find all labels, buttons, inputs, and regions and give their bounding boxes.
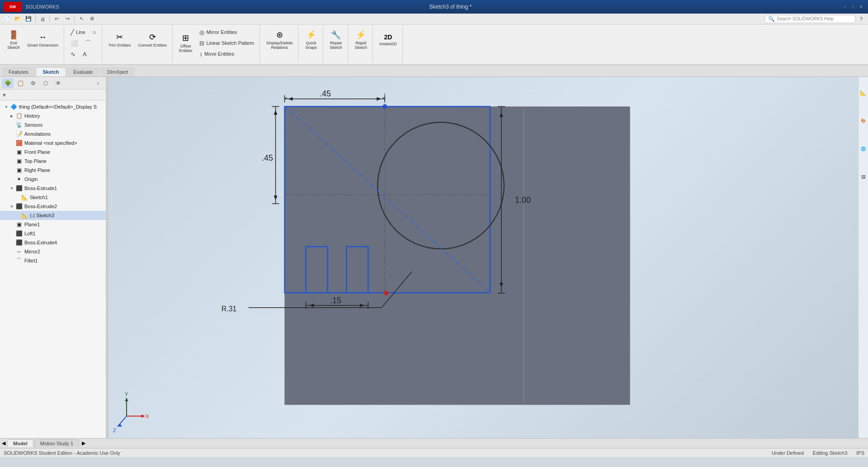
new-button[interactable]: 📄 [2, 14, 12, 24]
tree-item[interactable]: 📐(-) Sketch3 [0, 211, 106, 220]
trim-entities-button[interactable]: ✂ Trim Entities [106, 27, 134, 52]
circle-button[interactable]: ○ [90, 27, 99, 37]
text-icon: A [83, 51, 87, 57]
tree-item-icon: 📐 [21, 212, 28, 219]
sketch-viewport[interactable]: .45 .45 R.31 .15 1.00 [108, 77, 858, 438]
tree-item[interactable]: 📐Sketch1 [0, 193, 106, 202]
tree-item-icon: 🔷 [10, 103, 17, 110]
tree-arrow [9, 249, 14, 254]
tree-item[interactable]: ⬛Loft1 [0, 229, 106, 238]
tab-features[interactable]: Features [2, 67, 35, 76]
quick-snaps-button[interactable]: ⚡ QuickSnaps [302, 27, 320, 52]
arc-button[interactable]: ⌒ [82, 38, 94, 48]
tree-item[interactable]: 🧱Material <not specified> [0, 138, 106, 148]
config-manager-icon[interactable]: ⚙ [27, 78, 39, 88]
tree-item-label: Annotations [24, 131, 51, 137]
tree-item[interactable]: ▣Front Plane [0, 148, 106, 157]
tree-item[interactable]: ▼🔷thing (Default<<Default>_Display S [0, 102, 106, 111]
view-palette-button[interactable]: 📐 [859, 79, 868, 106]
svg-text:.45: .45 [262, 153, 273, 162]
undo-button[interactable]: ↩ [52, 14, 61, 24]
instant2d-button[interactable]: 2D Instant2D [377, 27, 400, 52]
tab-evaluate[interactable]: Evaluate [67, 67, 100, 76]
scene-button[interactable]: 🌐 [859, 135, 868, 162]
line-button[interactable]: ╱ Line [68, 27, 88, 37]
sep1 [35, 15, 36, 23]
appearances-button[interactable]: 🎨 [859, 107, 868, 134]
tree-item[interactable]: ▣Right Plane [0, 166, 106, 175]
rapid-group: ⚡ RapidSketch [349, 25, 373, 63]
search-placeholder: Search SOLIDWORKS Help [777, 16, 834, 21]
tree-item-icon: ⬛ [15, 230, 23, 237]
tree-item[interactable]: ↔Mirror2 [0, 247, 106, 256]
window-controls[interactable]: ─ □ ✕ [842, 4, 864, 10]
options-button[interactable]: ⚙ [87, 14, 97, 24]
print-button[interactable]: 🖨 [38, 14, 47, 24]
tab-sketch[interactable]: Sketch [36, 67, 66, 76]
help-button[interactable]: ? [856, 14, 866, 24]
tree-item[interactable]: ⬛Boss-Extrude4 [0, 238, 106, 247]
window-title: Sketch3 of thing * [59, 4, 842, 10]
tree-item-label: Fillet1 [24, 258, 38, 263]
panel-icons: 🌳 📋 ⚙ ⬡ 👁 › [0, 77, 106, 90]
scroll-left-button[interactable]: ◀ [2, 440, 5, 446]
panel-chevron[interactable]: › [92, 78, 104, 88]
tree-item[interactable]: ✦Origin [0, 175, 106, 184]
tree-item[interactable]: ▣Plane1 [0, 220, 106, 229]
text-button[interactable]: A [80, 49, 90, 59]
save-button[interactable]: 💾 [24, 14, 33, 24]
display-manager-icon[interactable]: 👁 [52, 78, 64, 88]
redo-button[interactable]: ↪ [62, 14, 72, 24]
exit-sketch-button[interactable]: 🚪 ExitSketch [5, 27, 23, 52]
sep2 [49, 15, 50, 23]
sketch-bot-row: ∿ A [68, 49, 90, 59]
tree-item-label: Material <not specified> [24, 140, 77, 146]
scroll-right-button[interactable]: ▶ [82, 440, 85, 446]
modify-group: ✂ Trim Entities ⟳ Convert Entities [103, 25, 173, 63]
convert-entities-button[interactable]: ⟳ Convert Entities [135, 27, 170, 52]
spline-button[interactable]: ∿ [68, 49, 78, 59]
tree-item[interactable]: ▶📋History [0, 111, 106, 120]
exit-sketch-icon: 🚪 [9, 30, 19, 40]
tree-item-icon: 🧱 [15, 139, 23, 147]
mirror-entities-button[interactable]: ◎ Mirror Entities [197, 27, 257, 37]
close-button[interactable]: ✕ [858, 4, 864, 10]
rapid-sketch-button[interactable]: ⚡ RapidSketch [352, 27, 370, 52]
property-manager-icon[interactable]: 📋 [14, 78, 26, 88]
main-area: 🌳 📋 ⚙ ⬡ 👁 › ▼ ▼🔷thing (Default<<Default>… [0, 77, 868, 438]
tree-item[interactable]: ▣Top Plane [0, 157, 106, 166]
open-button[interactable]: 📂 [13, 14, 23, 24]
decals-button[interactable]: 🖼 [859, 163, 868, 190]
maximize-button[interactable]: □ [850, 4, 856, 10]
instant2d-group: 2D Instant2D [374, 25, 403, 63]
move-entities-button[interactable]: ↕ Move Entities [197, 49, 257, 59]
tab-dimxpert[interactable]: DimXpert [100, 67, 135, 76]
repair-sketch-button[interactable]: 🔧 RepairSketch [327, 27, 345, 52]
tree-item-icon: ✦ [15, 176, 23, 183]
relations-group: ⊛ Display/DeleteRelations [261, 25, 298, 63]
dim-xpert-icon[interactable]: ⬡ [40, 78, 52, 88]
smart-dimension-button[interactable]: ↔ Smart Dimension [24, 27, 61, 52]
feature-manager-icon[interactable]: 🌳 [2, 78, 14, 88]
tree-item[interactable]: ▼⬛Boss-Extrude1 [0, 184, 106, 193]
tree-arrow [9, 140, 14, 146]
select-button[interactable]: ↖ [76, 14, 86, 24]
repair-group: 🔧 RepairSketch [324, 25, 348, 63]
model-tab[interactable]: Model [7, 439, 33, 447]
instant2d-icon: 2D [384, 33, 392, 41]
linear-pattern-button[interactable]: ⊟ Linear Sketch Pattern [197, 38, 257, 48]
svg-marker-41 [142, 415, 145, 418]
tree-item[interactable]: ▼⬛Boss-Extrude2 [0, 202, 106, 211]
motion-study-tab[interactable]: Motion Study 1 [34, 439, 79, 447]
offset-entities-button[interactable]: ⊞ OffsetEntities [176, 30, 195, 56]
minimize-button[interactable]: ─ [842, 4, 848, 10]
tree-item[interactable]: 📡Sensors [0, 120, 106, 129]
tree-arrow [9, 167, 14, 173]
rectangle-button[interactable]: ⬜ [68, 38, 80, 48]
tree-arrow [9, 158, 14, 164]
svg-point-10 [382, 104, 387, 109]
display-delete-relations-button[interactable]: ⊛ Display/DeleteRelations [264, 27, 295, 52]
tree-item[interactable]: ⌒Fillet1 [0, 256, 106, 265]
search-bar[interactable]: 🔍 Search SOLIDWORKS Help [765, 15, 855, 23]
tree-item[interactable]: 📝Annotations [0, 129, 106, 138]
